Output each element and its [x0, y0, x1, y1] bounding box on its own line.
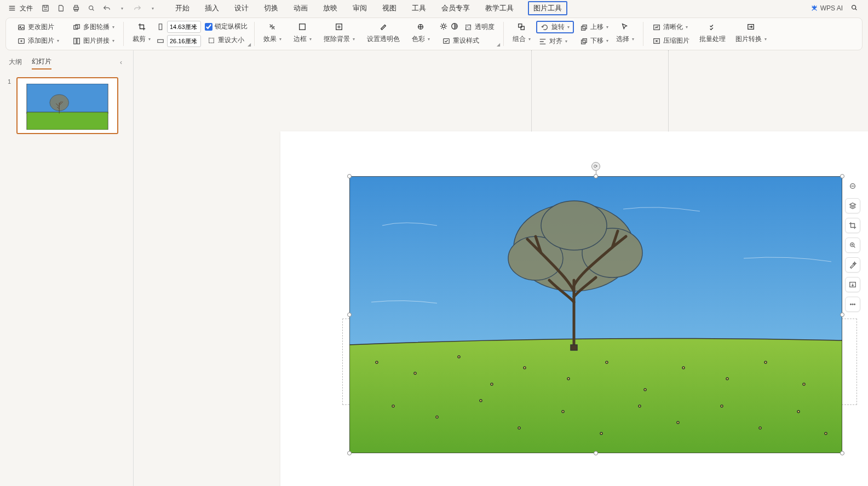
color-button[interactable]: 色彩▾ [410, 33, 432, 45]
svg-point-44 [567, 378, 570, 380]
tab-teaching[interactable]: 教学工具 [484, 1, 515, 15]
svg-point-61 [797, 410, 800, 413]
print-preview-icon[interactable] [56, 3, 66, 13]
transparency-button[interactable]: 透明度 [462, 21, 497, 33]
outline-tab[interactable]: 大纲 [9, 55, 22, 69]
save-icon[interactable] [41, 3, 50, 13]
rotation-handle[interactable]: ⟳ [591, 162, 600, 171]
reset-style-button[interactable]: 重设样式 [440, 35, 497, 47]
reset-size-button[interactable]: 重设大小 [205, 34, 248, 46]
brightness-icon[interactable] [440, 22, 447, 32]
resize-handle-tr[interactable] [840, 174, 844, 178]
select-button[interactable]: 选择▾ [614, 33, 636, 45]
crop-float-icon[interactable] [845, 218, 860, 233]
svg-point-54 [518, 427, 520, 429]
tab-transition[interactable]: 切换 [263, 1, 279, 15]
resize-handle-t[interactable] [594, 174, 598, 178]
height-icon [156, 22, 165, 31]
convert-button[interactable]: 图片转换▾ [733, 33, 769, 45]
image-join-button[interactable]: 图片拼接▾ [70, 35, 117, 47]
tab-home[interactable]: 开始 [174, 1, 191, 15]
redo-icon[interactable] [133, 3, 142, 13]
select-icon [621, 23, 629, 32]
svg-rect-11 [74, 38, 76, 44]
resize-handle-r[interactable] [840, 313, 844, 317]
wps-ai-button[interactable]: WPS AI [810, 4, 843, 12]
qat-more-icon[interactable]: ▾ [148, 3, 158, 13]
print-icon[interactable] [71, 3, 81, 13]
layers-float-icon[interactable] [845, 198, 860, 213]
preview-icon[interactable] [87, 3, 96, 13]
width-icon [156, 37, 165, 45]
change-image-button[interactable]: 更改图片 [15, 21, 61, 33]
tab-tools[interactable]: 工具 [411, 1, 427, 15]
tab-review[interactable]: 审阅 [352, 1, 368, 15]
svg-point-50 [803, 383, 805, 385]
svg-point-4 [89, 6, 93, 10]
selected-image[interactable]: ⟳ [349, 176, 842, 453]
effects-button[interactable]: 效果▾ [261, 33, 284, 45]
move-down-button[interactable]: 下移▾ [577, 35, 611, 47]
sharpen-button[interactable]: 清晰化▾ [650, 21, 692, 33]
compress-button[interactable]: 压缩图片 [650, 35, 692, 47]
undo-icon[interactable] [102, 3, 112, 13]
file-menu[interactable]: 文件 [4, 3, 36, 14]
width-down[interactable]: ▼ [193, 41, 198, 45]
svg-point-40 [414, 372, 416, 374]
change-image-icon [17, 23, 26, 32]
width-input-group: ▲▼ [156, 35, 198, 47]
style-launcher-icon[interactable]: ◢ [497, 42, 500, 47]
collapse-panel-icon[interactable]: ‹ [118, 56, 124, 68]
set-transparent-button[interactable]: 设置透明色 [365, 33, 402, 45]
zoom-out-float-icon[interactable] [845, 178, 860, 194]
svg-rect-16 [300, 24, 306, 30]
move-up-button[interactable]: 上移▾ [577, 21, 611, 33]
border-button[interactable]: 边框▾ [291, 33, 314, 45]
resize-handle-br[interactable] [840, 451, 844, 455]
add-image-button[interactable]: 添加图片▾ [15, 35, 61, 47]
tab-view[interactable]: 视图 [381, 1, 398, 15]
search-icon[interactable] [850, 4, 858, 13]
tab-picture-tools[interactable]: 图片工具 [528, 1, 567, 15]
svg-rect-27 [521, 26, 525, 30]
resize-handle-tl[interactable] [347, 174, 352, 178]
magic-float-icon[interactable] [845, 257, 860, 273]
svg-point-39 [376, 361, 378, 363]
resize-handle-bl[interactable] [347, 451, 352, 455]
border-icon [298, 23, 306, 32]
zoom-float-icon[interactable] [845, 238, 860, 253]
tab-member[interactable]: 会员专享 [440, 1, 471, 15]
svg-rect-28 [582, 26, 585, 30]
height-down[interactable]: ▼ [193, 27, 198, 31]
export-float-icon[interactable] [845, 277, 860, 292]
contrast-icon[interactable] [451, 22, 458, 32]
tab-slideshow[interactable]: 放映 [322, 1, 338, 15]
height-up[interactable]: ▲ [193, 22, 198, 27]
svg-point-59 [721, 405, 723, 407]
tab-design[interactable]: 设计 [233, 1, 250, 15]
tab-animation[interactable]: 动画 [292, 1, 309, 15]
svg-point-49 [764, 361, 767, 363]
svg-rect-29 [583, 25, 587, 28]
rotate-button[interactable]: 旋转▾ [536, 21, 574, 33]
width-up[interactable]: ▲ [193, 37, 198, 41]
canvas[interactable]: ▮◢ [134, 50, 868, 486]
undo-dropdown-icon[interactable]: ▾ [117, 3, 127, 13]
size-launcher-icon[interactable]: ◢ [248, 42, 251, 47]
svg-point-41 [458, 356, 460, 358]
group-button[interactable]: 组合▾ [510, 33, 533, 45]
remove-bg-button[interactable]: 抠除背景▾ [321, 33, 357, 45]
multi-outline-button[interactable]: 多图轮播▾ [70, 21, 117, 33]
resize-handle-l[interactable] [347, 313, 352, 317]
tab-insert[interactable]: 插入 [204, 1, 220, 15]
lock-ratio-checkbox[interactable]: 锁定纵横比 [205, 22, 248, 31]
crop-button[interactable]: 裁剪▾ [130, 33, 153, 45]
more-float-icon[interactable] [845, 297, 860, 312]
slides-tab[interactable]: 幻灯片 [32, 55, 51, 70]
slide-thumbnail[interactable] [16, 77, 118, 134]
align-button[interactable]: 对齐▾ [536, 36, 574, 47]
resize-handle-b[interactable] [594, 451, 598, 455]
hamburger-icon [8, 4, 16, 13]
batch-button[interactable]: 批量处理 [697, 33, 728, 45]
svg-rect-26 [519, 24, 522, 27]
